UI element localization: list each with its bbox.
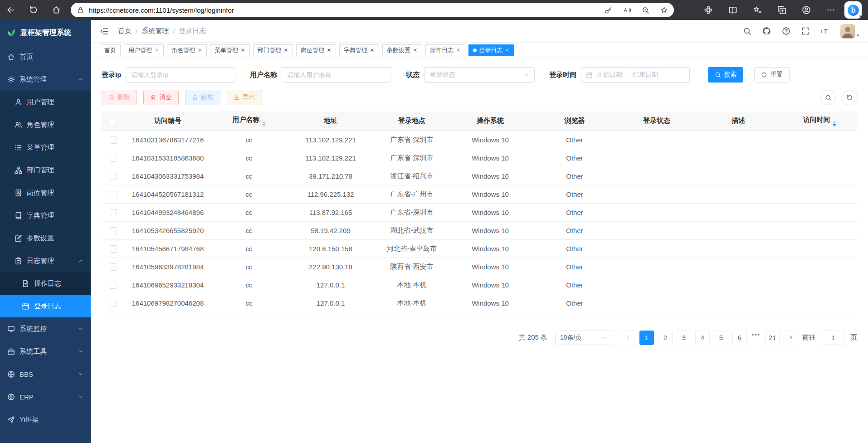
tab-6[interactable]: 字典管理: [339, 44, 379, 56]
search-icon[interactable]: [743, 27, 751, 35]
close-icon[interactable]: [283, 48, 288, 53]
tab-3[interactable]: 菜单管理: [210, 44, 250, 56]
zoom-out-icon[interactable]: [642, 6, 649, 14]
tab-9[interactable]: 登录日志: [468, 44, 514, 56]
sidebar-item-9[interactable]: 日志管理: [0, 249, 91, 272]
page-button-1[interactable]: 1: [639, 331, 654, 345]
chevron-down-icon[interactable]: ▾: [859, 14, 861, 19]
tab-2[interactable]: 角色管理: [167, 44, 207, 56]
url-text[interactable]: https://ccnetcore.com:1101/system/log/lo…: [89, 6, 600, 14]
breadcrumb-item[interactable]: 系统管理: [141, 27, 169, 35]
column-header[interactable]: 访问时间: [782, 112, 857, 131]
collections-icon[interactable]: [777, 5, 786, 15]
lock-icon[interactable]: [77, 6, 84, 14]
address-bar[interactable]: https://ccnetcore.com:1101/system/log/lo…: [71, 3, 674, 17]
page-ellipsis[interactable]: •••: [751, 331, 761, 345]
close-icon[interactable]: [370, 48, 375, 53]
sort-asc-icon[interactable]: [833, 121, 836, 123]
row-checkbox[interactable]: [110, 263, 117, 271]
column-header[interactable]: 用户名称: [210, 112, 288, 131]
row-checkbox[interactable]: [110, 245, 117, 253]
sidebar-item-13[interactable]: 系统工具: [0, 340, 91, 363]
home-icon[interactable]: [52, 5, 61, 15]
sort-icons[interactable]: [833, 121, 836, 127]
user-filter-input[interactable]: [282, 67, 391, 83]
close-icon[interactable]: [154, 48, 159, 53]
delete-button[interactable]: 删除: [102, 90, 137, 105]
sort-desc-icon[interactable]: [262, 124, 266, 127]
close-icon[interactable]: [413, 48, 418, 53]
tab-7[interactable]: 参数设置: [382, 44, 422, 56]
tab-8[interactable]: 操作日志: [425, 44, 465, 56]
page-button-21[interactable]: 21: [765, 331, 780, 345]
export-button[interactable]: 导出: [227, 90, 262, 105]
tab-5[interactable]: 岗位管理: [296, 44, 336, 56]
page-button-6[interactable]: 6: [732, 331, 747, 345]
date-range-picker[interactable]: 开始日期 - 结束日期: [581, 67, 690, 83]
row-checkbox[interactable]: [110, 191, 117, 198]
key-icon[interactable]: [605, 6, 612, 14]
refresh-icon[interactable]: [29, 5, 38, 15]
unlock-button[interactable]: 解锁: [185, 90, 220, 105]
clear-button[interactable]: 清空: [143, 90, 179, 105]
sidebar-item-10[interactable]: 操作日志: [0, 272, 91, 295]
sidebar-item-14[interactable]: BBS: [0, 363, 91, 385]
close-icon[interactable]: [197, 48, 202, 53]
sort-desc-icon[interactable]: [833, 124, 836, 127]
star-add-icon[interactable]: [660, 6, 668, 14]
sidebar-item-7[interactable]: 字典管理: [0, 204, 91, 227]
question-icon[interactable]: [782, 27, 790, 35]
page-jump-input[interactable]: [822, 331, 844, 345]
sidebar-item-2[interactable]: 用户管理: [0, 91, 91, 113]
close-icon[interactable]: [240, 48, 245, 53]
next-page-button[interactable]: [784, 331, 798, 345]
page-button-4[interactable]: 4: [695, 331, 710, 345]
app-logo[interactable]: 意框架管理系统: [0, 20, 91, 45]
page-size-select[interactable]: 10条/页: [555, 331, 612, 345]
extension-icon[interactable]: [704, 5, 713, 15]
row-checkbox[interactable]: [110, 282, 117, 289]
row-checkbox[interactable]: [110, 227, 117, 234]
page-button-3[interactable]: 3: [677, 331, 691, 345]
sidebar-item-12[interactable]: 系统监控: [0, 317, 91, 340]
tab-0[interactable]: 首页: [100, 44, 121, 56]
split-screen-icon[interactable]: [728, 5, 737, 15]
tab-4[interactable]: 部门管理: [253, 44, 293, 56]
sidebar-item-6[interactable]: 岗位管理: [0, 181, 91, 204]
favorites-icon[interactable]: [753, 5, 762, 15]
read-aloud-icon[interactable]: A: [623, 6, 631, 14]
prev-page-button[interactable]: [621, 331, 635, 345]
row-checkbox[interactable]: [110, 136, 117, 144]
refresh-table-button[interactable]: [842, 90, 857, 105]
close-icon[interactable]: [327, 48, 332, 53]
sidebar-item-11[interactable]: 登录日志: [0, 295, 91, 317]
page-button-5[interactable]: 5: [714, 331, 728, 345]
row-checkbox[interactable]: [110, 173, 117, 180]
sidebar-item-3[interactable]: 角色管理: [0, 113, 91, 136]
reset-button[interactable]: 重置: [754, 67, 790, 83]
sidebar-item-0[interactable]: 首页: [0, 45, 91, 68]
row-checkbox[interactable]: [110, 300, 117, 307]
sidebar-item-5[interactable]: 部门管理: [0, 159, 91, 181]
sidebar-item-15[interactable]: ERP: [0, 385, 91, 408]
back-icon[interactable]: [6, 5, 15, 15]
tab-1[interactable]: 用户管理: [124, 44, 164, 56]
ip-filter-input[interactable]: [126, 67, 235, 83]
toggle-search-button[interactable]: [820, 90, 836, 105]
sidebar-item-8[interactable]: 参数设置: [0, 227, 91, 249]
row-checkbox[interactable]: [110, 209, 117, 216]
select-all-checkbox[interactable]: [110, 118, 117, 125]
search-button[interactable]: 搜索: [708, 67, 743, 83]
sort-asc-icon[interactable]: [262, 121, 266, 123]
bing-button[interactable]: b ▾: [844, 1, 862, 19]
font-size-icon[interactable]: tT: [821, 27, 829, 35]
status-select[interactable]: 登录状态: [424, 67, 535, 83]
sidebar-item-1[interactable]: 系统管理: [0, 68, 91, 91]
close-icon[interactable]: [505, 48, 510, 53]
more-icon[interactable]: [826, 5, 835, 15]
sort-icons[interactable]: [262, 121, 266, 127]
user-avatar[interactable]: [840, 24, 855, 39]
github-icon[interactable]: [762, 27, 771, 35]
fullscreen-icon[interactable]: [801, 27, 810, 35]
close-icon[interactable]: [456, 48, 461, 53]
